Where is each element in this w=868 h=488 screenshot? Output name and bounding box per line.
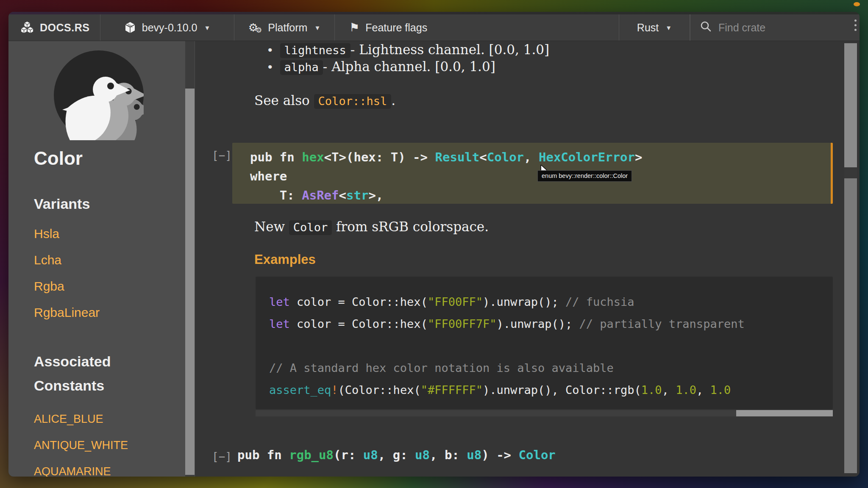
brand-label: DOCS.RS <box>40 22 89 34</box>
code-line: assert_eq!(Color::hex("#FFFFFF").unwrap(… <box>269 379 833 401</box>
code-token: >, <box>368 188 383 202</box>
color-hsl-link[interactable]: Color::hsl <box>314 94 392 109</box>
code-token: > <box>635 150 642 164</box>
code-token: <T>(hex: T) -> <box>324 150 435 164</box>
rust-menu-button[interactable]: Rust ▼ <box>619 14 690 41</box>
code-token: color = Color::hex( <box>297 317 428 330</box>
search-icon <box>700 20 712 35</box>
sidebar-item-constant[interactable]: AQUAMARINE <box>34 465 168 477</box>
code-token: 1.0 <box>676 383 696 396</box>
crate-search-area <box>690 14 860 41</box>
code-token: // fuchsia <box>565 295 634 308</box>
sidebar-item-constant[interactable]: ANTIQUE_WHITE <box>34 438 168 452</box>
code-token[interactable]: HexColorError <box>539 150 635 164</box>
sidebar-item-variant[interactable]: Hsla <box>34 226 168 241</box>
highlight-bar <box>831 143 833 204</box>
page-title: Color <box>34 148 168 169</box>
code-token[interactable]: assert_eq <box>269 383 331 396</box>
crate-version-label: bevy-0.10.0 <box>142 22 198 34</box>
code-hscrollbar-thumb[interactable] <box>736 410 833 416</box>
code-token[interactable]: AsRef <box>302 188 339 202</box>
code-token[interactable]: rgb_u8 <box>289 448 334 462</box>
page-scrollbar-gap <box>844 167 857 178</box>
sidebar-content: Color Variants HslaLchaRgbaRgbaLinear As… <box>34 148 168 477</box>
code-line: let color = Color::hex("FF00FF").unwrap(… <box>269 291 833 313</box>
fn-hex-description: New Color from sRGB colorspace. <box>254 219 489 234</box>
code-token[interactable]: u8 <box>415 448 430 462</box>
collapse-toggle[interactable]: [−] <box>212 450 232 463</box>
sidebar-item-variant[interactable]: RgbaLinear <box>34 305 168 320</box>
code-line: pub fn rgb_u8(r: u8, g: u8, b: u8) -> Co… <box>237 446 556 465</box>
code-token: "FF00FF7F" <box>428 317 497 330</box>
see-also-paragraph: See also Color::hsl. <box>254 93 395 108</box>
see-also-suffix: . <box>391 93 395 108</box>
search-input[interactable] <box>718 21 855 34</box>
bullet-text: - Lightness channel. [0.0, 1.0] <box>351 42 549 57</box>
fn-hex-signature-block: pub fn hex<T>(hex: T) -> Result<Color, H… <box>232 143 833 204</box>
code-token: 1.0 <box>641 383 662 396</box>
code-token: ).unwrap(); <box>483 295 565 308</box>
associated-constants-heading: Associated Constants <box>34 349 168 398</box>
chevron-down-icon: ▼ <box>665 24 672 31</box>
code-token: , b: <box>430 448 467 462</box>
sidebar-item-constant[interactable]: ALICE_BLUE <box>34 412 168 426</box>
code-token: where <box>250 169 287 183</box>
browser-window: DOCS.RS bevy-0.10.0 ▼ ⚙⚙ Platform ▼ ⚑ Fe… <box>8 12 860 477</box>
code-token: "FF00FF" <box>428 295 483 308</box>
bullet-marker: • <box>268 43 273 57</box>
feature-flags-link[interactable]: ⚑ Feature flags <box>335 14 619 41</box>
page-scrollbar-track[interactable] <box>844 178 857 473</box>
code-token: color = Color::hex( <box>297 295 428 308</box>
code-token: // A standard hex color notation is also… <box>269 361 614 374</box>
code-hscrollbar-track[interactable] <box>256 410 833 416</box>
code-token: , g: <box>378 448 415 462</box>
code-token[interactable]: Result <box>435 150 480 164</box>
main-content: • lightness - Lightness channel. [0.0, 1… <box>195 41 860 477</box>
docsrs-brand-link[interactable]: DOCS.RS <box>8 14 100 41</box>
platform-menu-button[interactable]: ⚙⚙ Platform ▼ <box>234 14 335 41</box>
code-token[interactable]: str <box>346 188 368 202</box>
code-token[interactable]: u8 <box>363 448 378 462</box>
sidebar-item-variant[interactable]: Rgba <box>34 279 168 294</box>
chevron-down-icon: ▼ <box>314 24 320 31</box>
sidebar-scrollbar-thumb[interactable] <box>185 89 195 475</box>
code-line: let color = Color::hex("FF00FF7F").unwra… <box>269 313 833 335</box>
page-scrollbar-thumb[interactable] <box>844 43 857 167</box>
type-tooltip: enum bevy::render::color::Color <box>537 170 632 182</box>
gears-icon: ⚙⚙ <box>248 22 262 34</box>
page-scrollbar[interactable] <box>844 43 857 474</box>
variants-list: HslaLchaRgbaRgbaLinear <box>34 226 168 320</box>
sidebar: Color Variants HslaLchaRgbaRgbaLinear As… <box>8 41 195 477</box>
rust-label: Rust <box>637 22 659 34</box>
window-body: Color Variants HslaLchaRgbaRgbaLinear As… <box>8 41 860 477</box>
code-token: ! <box>331 383 338 396</box>
variants-heading: Variants <box>34 196 168 212</box>
code-token[interactable]: Color <box>519 448 556 462</box>
code-token[interactable]: Color <box>487 150 524 164</box>
code-token: < <box>339 188 346 202</box>
code-token[interactable]: hex <box>302 150 324 164</box>
example-code-block: let color = Color::hex("FF00FF").unwrap(… <box>256 277 833 409</box>
sidebar-item-variant[interactable]: Lcha <box>34 252 168 267</box>
code-token: pub fn <box>250 150 302 164</box>
bevy-logo[interactable] <box>54 50 144 140</box>
code-token: ) -> <box>481 448 518 462</box>
constants-list: ALICE_BLUEANTIQUE_WHITEAQUAMARINE <box>34 412 168 477</box>
code-line <box>269 335 833 357</box>
code-token: < <box>479 150 487 164</box>
chevron-down-icon: ▼ <box>204 24 210 31</box>
code-token[interactable]: u8 <box>467 448 481 462</box>
package-icon <box>124 21 136 34</box>
code-token: let <box>269 317 297 330</box>
crate-menu-button[interactable]: bevy-0.10.0 ▼ <box>100 14 234 41</box>
list-item: • lightness - Lightness channel. [0.0, 1… <box>268 42 549 59</box>
code-line: T: AsRef<str>, <box>250 186 833 204</box>
code-token: pub fn <box>237 448 289 462</box>
see-also-prefix: See also <box>254 93 314 108</box>
code-token: , <box>662 383 676 396</box>
sidebar-scrollbar-track[interactable] <box>185 41 195 477</box>
bullet-marker: • <box>268 60 273 74</box>
bullet-text: - Alpha channel. [0.0, 1.0] <box>323 59 495 74</box>
window-grip-dots <box>854 19 857 31</box>
collapse-toggle[interactable]: [−] <box>212 149 232 162</box>
